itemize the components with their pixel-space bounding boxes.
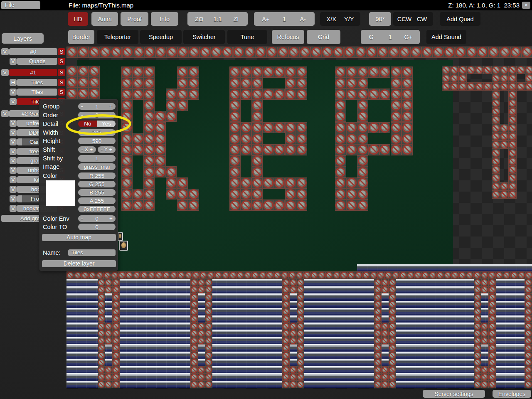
delete-layer-button[interactable]: Delete layer: [42, 260, 116, 267]
add-quad-button[interactable]: Add Quad: [440, 12, 480, 26]
color-value-value[interactable]: G 255: [78, 181, 116, 187]
layer-visibility-toggle[interactable]: V: [10, 186, 17, 193]
layers-panel-header[interactable]: Layers: [2, 33, 44, 44]
zoom-group-option[interactable]: ZI: [227, 16, 245, 22]
layer-visibility-toggle[interactable]: V: [10, 138, 17, 145]
color-value-value[interactable]: A 255: [78, 197, 116, 204]
layer-solo-button[interactable]: S: [58, 89, 65, 96]
group-visibility-toggle[interactable]: V: [1, 48, 9, 55]
sidebar-layer-tiles[interactable]: Tiles: [17, 89, 57, 96]
status-bar: Server settings Envelopes: [0, 389, 532, 399]
group-visibility-toggle[interactable]: V: [1, 69, 9, 76]
zoom-group-button[interactable]: ZO1:1ZI: [187, 12, 248, 26]
layer-visibility-toggle[interactable]: V: [10, 195, 17, 202]
anim-speed-group-button[interactable]: A+1A-: [254, 12, 315, 26]
stepper-minus[interactable]: -: [81, 215, 83, 222]
proof-button[interactable]: Proof: [121, 12, 148, 26]
detail-toggle-no[interactable]: No: [78, 121, 97, 127]
color-label: Color: [43, 172, 57, 179]
map-editor-window: File File: maps/TryThis.map Z: 180, A: 1…: [0, 0, 532, 399]
color-value-value[interactable]: 0xFFFFFF: [78, 206, 116, 212]
layer-visibility-toggle[interactable]: V: [10, 148, 17, 155]
border-button[interactable]: Border: [68, 30, 94, 44]
add-sound-button[interactable]: Add Sound: [426, 30, 466, 44]
anim-button[interactable]: Anim: [91, 12, 118, 26]
layer-solo-button[interactable]: S: [58, 69, 65, 76]
stepper-minus[interactable]: -: [81, 112, 83, 118]
envelopes-button[interactable]: Envelopes: [493, 390, 531, 398]
zoom-group-option[interactable]: 1:1: [208, 16, 227, 22]
layer-visibility-toggle[interactable]: V: [10, 129, 17, 136]
info-button[interactable]: Info: [151, 12, 178, 26]
height-label: Height: [43, 138, 60, 144]
rotate-group-option[interactable]: CCW: [396, 16, 413, 22]
flip-group-option[interactable]: X/X: [323, 16, 340, 22]
color-value-value[interactable]: B 255: [78, 189, 116, 196]
sidebar-layer-tiles[interactable]: Tiles: [17, 79, 57, 86]
speedup-button[interactable]: Speedup: [140, 30, 182, 44]
file-menu-button[interactable]: File: [1, 1, 40, 9]
order-label: Order: [43, 112, 58, 118]
color env-stepper[interactable]: 0-+: [78, 215, 116, 222]
grid-button[interactable]: Grid: [307, 30, 340, 44]
sidebar-group--1[interactable]: #1: [9, 69, 58, 76]
layer-solo-button[interactable]: S: [58, 48, 65, 55]
layer-visibility-toggle[interactable]: V: [10, 167, 17, 174]
sidebar-group--0[interactable]: #0: [9, 48, 58, 55]
shift-by-value[interactable]: 1: [78, 155, 116, 162]
rotate-group-button[interactable]: CCWCW: [393, 12, 433, 26]
order-stepper[interactable]: 2-+: [78, 112, 116, 118]
grid-size-group-option[interactable]: 1: [381, 34, 399, 40]
layer-visibility-toggle[interactable]: V: [10, 58, 17, 65]
color-to-value[interactable]: 0: [78, 224, 116, 230]
switcher-button[interactable]: Switcher: [183, 30, 225, 44]
image-value[interactable]: grass_mai: [78, 163, 116, 170]
rotate-group-option[interactable]: CW: [413, 16, 431, 22]
color-swatch[interactable]: [46, 180, 75, 206]
detail-toggle-yes[interactable]: Yes: [97, 121, 116, 127]
color-value[interactable]: R 255: [78, 172, 116, 179]
image-label: Image: [43, 163, 59, 170]
width-label: Width: [43, 129, 58, 136]
layer-name-input[interactable]: Tiles: [68, 249, 116, 256]
sidebar-layer-quads[interactable]: Quads: [17, 58, 57, 65]
refocus-button[interactable]: Refocus: [272, 30, 304, 44]
layer-visibility-toggle[interactable]: V: [10, 205, 17, 212]
grid-size-group-button[interactable]: G-1G+: [361, 30, 420, 44]
map-canvas[interactable]: [66, 46, 532, 389]
tune-button[interactable]: Tune: [227, 30, 267, 44]
layer-visibility-toggle[interactable]: V: [10, 157, 17, 164]
flip-group-option[interactable]: Y/Y: [340, 16, 358, 22]
name-label: Name:: [43, 249, 61, 256]
group-stepper[interactable]: 1-+: [78, 103, 116, 110]
grid-size-group-option[interactable]: G+: [399, 34, 417, 40]
server-settings-button[interactable]: Server settings: [423, 390, 485, 398]
layer-visibility-toggle[interactable]: V: [10, 89, 17, 96]
group-visibility-toggle[interactable]: V: [1, 110, 9, 117]
layer-visibility-toggle[interactable]: H: [10, 79, 17, 86]
layer-visibility-toggle[interactable]: V: [10, 176, 17, 183]
shift-x-button[interactable]: - X +: [78, 146, 96, 153]
layer-visibility-toggle[interactable]: V: [10, 98, 17, 105]
hd-button[interactable]: HD: [68, 12, 88, 26]
anim-speed-group-option[interactable]: 1: [275, 16, 294, 22]
stepper-plus[interactable]: +: [109, 103, 113, 110]
layer-solo-button[interactable]: S: [58, 58, 65, 65]
stepper-plus[interactable]: +: [109, 112, 113, 118]
teleporter-button[interactable]: Teleporter: [97, 30, 138, 44]
layer-solo-button[interactable]: S: [58, 79, 65, 86]
zoom-group-option[interactable]: ZO: [190, 16, 208, 22]
anim-speed-group-option[interactable]: A-: [293, 16, 312, 22]
stepper-plus[interactable]: +: [109, 215, 113, 222]
rotate-90-button[interactable]: 90°: [369, 12, 391, 26]
grid-size-group-option[interactable]: G-: [363, 34, 381, 40]
width-value[interactable]: 707: [78, 129, 116, 136]
height-value[interactable]: 590: [78, 138, 116, 144]
flip-group-button[interactable]: X/XY/Y: [320, 12, 360, 26]
auto-map-button[interactable]: Auto map: [42, 234, 116, 241]
layer-visibility-toggle[interactable]: V: [10, 120, 17, 127]
shift-y-button[interactable]: - Y +: [98, 146, 116, 153]
close-icon[interactable]: ✕: [522, 2, 530, 9]
stepper-minus[interactable]: -: [81, 103, 83, 110]
anim-speed-group-option[interactable]: A+: [256, 16, 275, 22]
